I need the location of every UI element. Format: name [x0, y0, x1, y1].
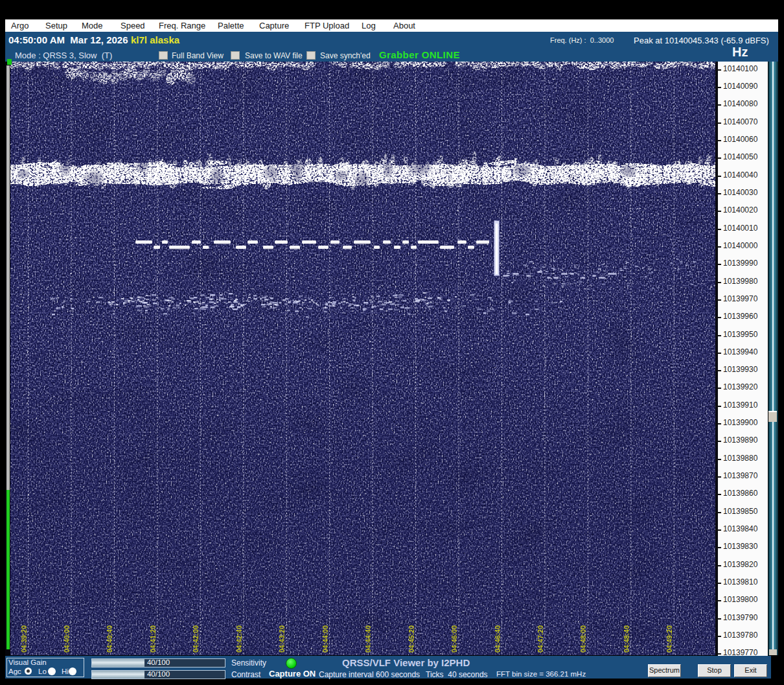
svg-text:04:40:00: 04:40:00 [63, 625, 71, 653]
svg-text:04:47:20: 04:47:20 [536, 625, 544, 653]
svg-text:04:48:00: 04:48:00 [579, 625, 587, 653]
svg-text:04:45:20: 04:45:20 [408, 625, 415, 653]
svg-text:04:42:40: 04:42:40 [235, 625, 243, 653]
svg-text:04:49:20: 04:49:20 [665, 625, 673, 653]
svg-text:04:40:40: 04:40:40 [106, 625, 113, 653]
svg-text:04:43:20: 04:43:20 [278, 625, 286, 653]
svg-text:04:46:40: 04:46:40 [494, 625, 502, 653]
svg-text:04:41:20: 04:41:20 [149, 625, 157, 653]
svg-text:04:46:00: 04:46:00 [450, 625, 458, 653]
svg-text:04:42:00: 04:42:00 [192, 625, 200, 653]
svg-text:04:48:40: 04:48:40 [623, 625, 630, 653]
svg-text:04:44:00: 04:44:00 [321, 625, 329, 653]
svg-text:04:44:40: 04:44:40 [364, 625, 372, 653]
svg-text:04:39:20: 04:39:20 [20, 625, 28, 653]
